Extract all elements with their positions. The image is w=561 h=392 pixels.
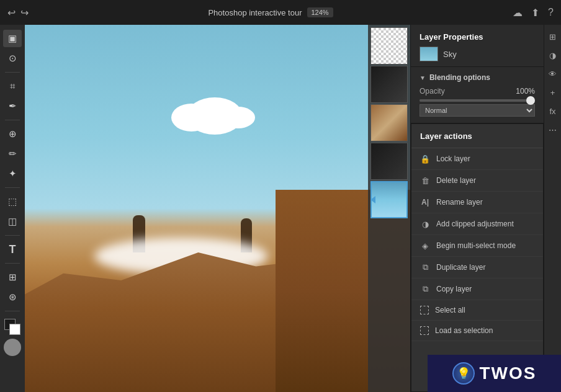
eyedropper-tool[interactable]: ✒: [3, 97, 22, 115]
select-all-label: Select all: [435, 306, 465, 314]
copy-icon: ⧉: [420, 284, 430, 294]
fx-icon-btn[interactable]: fx: [546, 104, 560, 118]
load-selection-label: Load as selection: [435, 326, 493, 335]
copy-layer-label: Copy layer: [436, 285, 472, 293]
layer-actions-title: Layer actions: [420, 131, 472, 141]
text-tool[interactable]: T: [3, 241, 22, 258]
crop-tool[interactable]: ⌗: [3, 78, 22, 95]
topbar-left: ↩ ↪: [7, 7, 29, 19]
cloud-mid: [221, 107, 255, 128]
redo-button[interactable]: ↪: [20, 7, 29, 19]
layer-thumb-3[interactable]: [370, 104, 408, 141]
cloud-icon[interactable]: ☁: [513, 7, 523, 19]
delete-layer-label: Delete layer: [436, 176, 476, 185]
twos-watermark: 💡 TWOS: [428, 355, 561, 392]
zoom-tool[interactable]: ⊛: [3, 288, 22, 306]
select-all-action[interactable]: Select all: [411, 300, 543, 321]
tool-separator-3: [5, 187, 20, 188]
frame-tool[interactable]: ⊞: [3, 269, 22, 286]
opacity-value: 100%: [516, 87, 535, 96]
foreground-color[interactable]: [4, 319, 20, 335]
layer-thumb-1[interactable]: [370, 27, 408, 65]
eye-icon-btn[interactable]: 👁: [546, 67, 560, 81]
cloud-element: [171, 91, 258, 135]
healing-tool[interactable]: ⊕: [3, 125, 22, 143]
blend-mode-row: Normal Multiply Screen: [420, 104, 535, 117]
multi-select-action[interactable]: ◈ Begin multi-select mode: [411, 235, 543, 257]
layer-preview: [420, 47, 438, 61]
add-clipped-action[interactable]: ◑ Add clipped adjustment: [411, 213, 543, 235]
lock-layer-action[interactable]: 🔒 Lock layer: [411, 148, 543, 170]
layer-properties-section: Layer Properties Sky: [411, 25, 544, 67]
lasso-tool[interactable]: ⊙: [3, 50, 22, 67]
app-title: Photoshop interactive tour: [208, 8, 302, 17]
canvas-area[interactable]: [25, 25, 410, 392]
select-tool[interactable]: ▣: [3, 30, 22, 47]
load-selection-icon: [420, 326, 429, 335]
copy-layer-action[interactable]: ⧉ Copy layer: [411, 278, 543, 300]
duplicate-layer-action[interactable]: ⧉ Duplicate layer: [411, 257, 543, 278]
duplicate-layer-label: Duplicate layer: [436, 263, 485, 272]
right-icon-panel: ⊞ ◑ 👁 + fx ⋯: [544, 25, 561, 392]
rename-layer-label: Rename layer: [436, 198, 483, 207]
brush-size-indicator: [4, 339, 21, 356]
slider-thumb[interactable]: [526, 96, 535, 105]
undo-button[interactable]: ↩: [7, 7, 16, 19]
help-icon[interactable]: ?: [548, 7, 554, 18]
blend-mode-select[interactable]: Normal Multiply Screen: [420, 104, 535, 117]
left-toolbar: ▣ ⊙ ⌗ ✒ ⊕ ✏ ✦ ⬚ ◫ T ⊞ ⊛: [0, 25, 25, 392]
layer-name-row: Sky: [420, 47, 535, 61]
layer-thumb-4[interactable]: [370, 143, 408, 180]
topbar: ↩ ↪ Photoshop interactive tour 124% ☁ ⬆ …: [0, 0, 561, 25]
tool-separator-2: [5, 120, 20, 120]
layers-panel: [368, 25, 410, 392]
multi-select-icon: ◈: [420, 241, 430, 251]
twos-logo: 💡: [452, 362, 475, 385]
rename-icon: A|: [420, 197, 430, 207]
main-area: ▣ ⊙ ⌗ ✒ ⊕ ✏ ✦ ⬚ ◫ T ⊞ ⊛: [0, 25, 561, 392]
zoom-level: 124%: [307, 7, 333, 17]
delete-icon: 🗑: [420, 176, 430, 185]
clone-tool[interactable]: ✦: [3, 165, 22, 182]
eraser-tool[interactable]: ⬚: [3, 193, 22, 210]
blending-section: ▼ Blending options Opacity 100% Normal M…: [411, 67, 544, 123]
layer-thumb-5[interactable]: [370, 181, 408, 218]
tool-separator-6: [5, 311, 20, 311]
rename-layer-action[interactable]: A| Rename layer: [411, 192, 543, 213]
load-as-selection-action[interactable]: Load as selection: [411, 321, 543, 341]
add-clipped-label: Add clipped adjustment: [436, 220, 514, 228]
brush-tool[interactable]: ✏: [3, 145, 22, 163]
gradient-tool[interactable]: ◫: [3, 213, 22, 230]
opacity-row: Opacity 100%: [420, 87, 535, 96]
layer-name: Sky: [443, 50, 457, 59]
topbar-center: Photoshop interactive tour 124%: [208, 7, 333, 17]
add-icon-btn[interactable]: +: [546, 86, 560, 99]
multi-select-label: Begin multi-select mode: [436, 241, 516, 250]
layer-actions-panel: Layer actions 🔒 Lock layer 🗑 Delete laye…: [411, 123, 544, 392]
layers-icon-btn[interactable]: ⊞: [546, 30, 560, 43]
twos-text: TWOS: [480, 363, 537, 383]
lock-layer-label: Lock layer: [436, 154, 470, 163]
more-icon-btn[interactable]: ⋯: [546, 123, 560, 136]
topbar-right: ☁ ⬆ ?: [513, 7, 554, 19]
clipped-icon: ◑: [420, 219, 430, 229]
canvas-image: [25, 25, 410, 392]
blending-header[interactable]: ▼ Blending options: [420, 73, 535, 82]
opacity-slider[interactable]: [420, 99, 535, 102]
tool-separator-5: [5, 263, 20, 264]
opacity-label: Opacity: [420, 87, 445, 96]
layer-actions-header: Layer actions: [411, 124, 543, 148]
delete-layer-action[interactable]: 🗑 Delete layer: [411, 170, 543, 192]
duplicate-icon: ⧉: [420, 262, 430, 272]
layer-thumb-2[interactable]: [370, 66, 408, 103]
tool-separator-1: [5, 72, 20, 73]
slider-fill: [420, 99, 535, 102]
right-panel: Layer Properties Sky ▼ Blending options …: [410, 25, 544, 392]
collapse-arrow-icon: ▼: [420, 74, 426, 81]
lock-icon: 🔒: [420, 154, 430, 164]
share-icon[interactable]: ⬆: [531, 7, 539, 19]
select-all-icon: [420, 306, 429, 314]
layer-properties-title: Layer Properties: [420, 32, 535, 42]
adjustments-icon-btn[interactable]: ◑: [546, 48, 560, 62]
blending-title: Blending options: [429, 73, 490, 82]
